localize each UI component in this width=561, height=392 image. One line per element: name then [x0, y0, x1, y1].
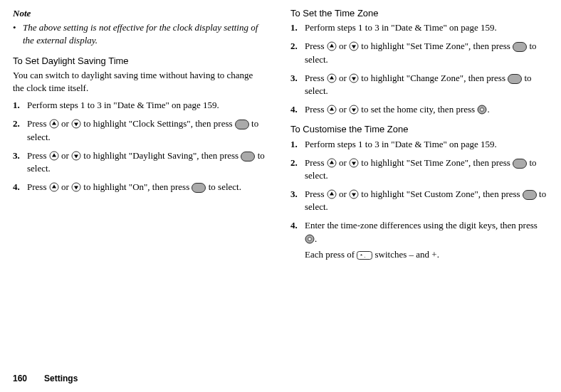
star-key-icon: * .: [357, 251, 372, 260]
section-heading-custom-tz: To Customise the Time Zone: [290, 123, 548, 136]
svg-point-18: [481, 108, 484, 112]
step-item: 2. Press or to highlight "Set Time Zone"…: [290, 40, 548, 65]
step-number: 2.: [13, 117, 27, 143]
step-body: Perform steps 1 to 3 in "Date & Time" on…: [305, 138, 547, 151]
down-arrow-icon: [349, 41, 359, 51]
step-number: 3.: [13, 149, 27, 175]
left-column: Note • The above setting is not effectiv…: [13, 7, 271, 267]
svg-rect-8: [192, 184, 206, 193]
step-number: 1.: [290, 138, 305, 151]
note-text: The above setting is not effective for t…: [23, 21, 271, 47]
center-button-icon: [305, 234, 315, 244]
step-body: Press or to highlight "Daylight Saving",…: [27, 149, 269, 175]
up-arrow-icon: [327, 73, 337, 83]
step-number: 2.: [290, 40, 305, 65]
step-item: 4. Press or to highlight "On", then pres…: [13, 181, 271, 194]
down-arrow-icon: [349, 158, 359, 168]
step-number: 4.: [290, 103, 305, 116]
svg-rect-14: [508, 74, 522, 83]
step-body: Press or to highlight "Set Time Zone", t…: [305, 40, 547, 65]
step-item: 1. Perform steps 1 to 3 in "Date & Time"…: [290, 21, 548, 34]
step-body: Perform steps 1 to 3 in "Date & Time" on…: [305, 21, 547, 34]
step-body: Press or to highlight "Set Time Zone", t…: [305, 157, 547, 182]
select-button-icon: [241, 152, 255, 161]
step-item: 4. Enter the time-zone differences using…: [290, 219, 548, 261]
down-arrow-icon: [71, 119, 81, 129]
section-heading-daylight: To Set Daylight Saving Time: [13, 55, 271, 68]
up-arrow-icon: [327, 189, 337, 199]
step-item: 2. Press or to highlight "Set Time Zone"…: [290, 157, 548, 182]
step-body: Press or to set the home city, then pres…: [305, 103, 547, 116]
up-arrow-icon: [49, 182, 59, 192]
step-number: 4.: [13, 181, 27, 194]
svg-rect-11: [513, 43, 527, 52]
step-item: 1. Perform steps 1 to 3 in "Date & Time"…: [13, 99, 271, 112]
step-subtext: Each press of * . switches – and +.: [305, 248, 547, 261]
step-body: Perform steps 1 to 3 in "Date & Time" on…: [27, 99, 269, 112]
select-button-icon: [235, 120, 249, 129]
page-footer: 160Settings: [13, 373, 78, 385]
step-item: 4. Press or to set the home city, then p…: [290, 103, 548, 116]
step-number: 1.: [290, 21, 305, 34]
svg-rect-24: [523, 191, 536, 200]
select-button-icon: [508, 74, 522, 84]
svg-rect-5: [241, 152, 255, 161]
step-body: Press or to highlight "On", then press t…: [27, 181, 269, 194]
step-body: Press or to highlight "Clock Settings", …: [27, 117, 269, 143]
down-arrow-icon: [349, 189, 359, 199]
page-number: 160: [13, 374, 27, 383]
footer-label: Settings: [44, 374, 78, 383]
select-button-icon: [513, 42, 527, 52]
select-button-icon: [192, 183, 206, 193]
up-arrow-icon: [49, 119, 59, 129]
svg-rect-21: [513, 159, 527, 168]
svg-point-26: [308, 237, 312, 240]
center-button-icon: [477, 105, 487, 115]
down-arrow-icon: [349, 105, 359, 115]
up-arrow-icon: [327, 158, 337, 168]
step-item: 2. Press or to highlight "Clock Settings…: [13, 117, 271, 143]
step-list: 1. Perform steps 1 to 3 in "Date & Time"…: [290, 138, 548, 262]
step-list: 1. Perform steps 1 to 3 in "Date & Time"…: [13, 99, 271, 194]
step-number: 3.: [290, 72, 305, 97]
down-arrow-icon: [349, 73, 359, 83]
right-column: To Set the Time Zone 1. Perform steps 1 …: [290, 7, 548, 267]
step-item: 3. Press or to highlight "Set Custom Zon…: [290, 188, 548, 213]
step-item: 3. Press or to highlight "Daylight Savin…: [13, 149, 271, 175]
step-body: Enter the time-zone differences using th…: [305, 219, 547, 261]
step-list: 1. Perform steps 1 to 3 in "Date & Time"…: [290, 21, 548, 116]
section-intro: You can switch to daylight saving time w…: [13, 69, 271, 95]
step-body: Press or to highlight "Change Zone", the…: [305, 72, 547, 97]
step-number: 1.: [13, 99, 27, 112]
step-number: 2.: [290, 157, 305, 182]
step-item: 3. Press or to highlight "Change Zone", …: [290, 72, 548, 97]
step-body: Press or to highlight "Set Custom Zone",…: [305, 188, 547, 213]
down-arrow-icon: [71, 182, 81, 192]
note-bullet: • The above setting is not effective for…: [13, 21, 271, 47]
note-heading: Note: [13, 7, 271, 20]
up-arrow-icon: [49, 151, 59, 161]
up-arrow-icon: [327, 41, 337, 51]
select-button-icon: [513, 159, 527, 169]
step-number: 3.: [290, 188, 305, 213]
select-button-icon: [523, 190, 537, 200]
svg-rect-2: [235, 120, 248, 129]
step-item: 1. Perform steps 1 to 3 in "Date & Time"…: [290, 138, 548, 151]
bullet-dot: •: [13, 21, 23, 47]
up-arrow-icon: [327, 105, 337, 115]
step-number: 4.: [290, 219, 305, 261]
down-arrow-icon: [71, 151, 81, 161]
svg-text:* .: * .: [360, 253, 366, 259]
section-heading-timezone: To Set the Time Zone: [290, 7, 548, 20]
